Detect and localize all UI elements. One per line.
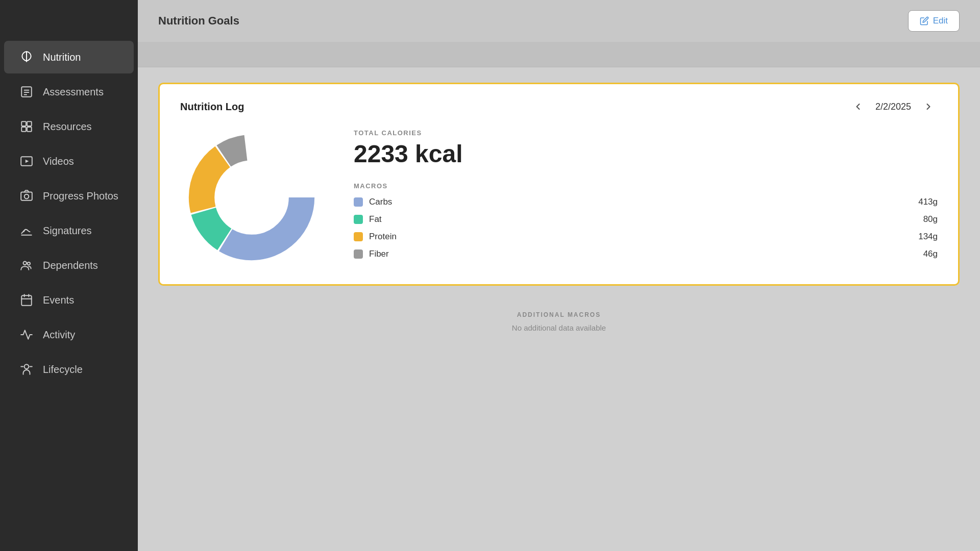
resources-icon <box>19 119 34 134</box>
next-date-button[interactable] <box>919 99 938 114</box>
donut-chart <box>180 126 323 269</box>
svg-point-12 <box>23 261 27 265</box>
sidebar-label-lifecycle: Lifecycle <box>43 364 83 375</box>
carbs-name: Carbs <box>369 197 392 207</box>
svg-rect-4 <box>21 121 26 126</box>
sidebar-label-activity: Activity <box>43 329 75 341</box>
sidebar-item-activity[interactable]: Activity <box>4 318 134 351</box>
svg-rect-6 <box>21 127 26 132</box>
sidebar-item-dependents[interactable]: Dependents <box>4 249 134 282</box>
activity-icon <box>19 328 34 342</box>
sidebar-label-dependents: Dependents <box>43 260 98 271</box>
main-content: Nutrition Goals Edit Nutrition Log <box>138 0 980 551</box>
donut-center <box>216 162 287 233</box>
progress-photos-icon <box>19 189 34 203</box>
carbs-value: 413g <box>918 197 938 207</box>
fat-name: Fat <box>369 214 382 224</box>
svg-marker-9 <box>26 160 29 163</box>
sidebar-label-progress-photos: Progress Photos <box>43 190 118 202</box>
edit-button[interactable]: Edit <box>908 10 960 32</box>
sub-header <box>138 42 980 67</box>
svg-rect-14 <box>21 295 32 306</box>
sidebar-label-events: Events <box>43 294 74 306</box>
fiber-value: 46g <box>923 249 938 259</box>
videos-icon <box>19 154 34 168</box>
svg-point-11 <box>24 194 29 199</box>
macro-row-fiber: Fiber 46g <box>354 249 938 259</box>
sidebar-item-progress-photos[interactable]: Progress Photos <box>4 180 134 212</box>
protein-dot <box>354 232 363 241</box>
fiber-name: Fiber <box>369 249 389 259</box>
sidebar-item-resources[interactable]: Resources <box>4 110 134 143</box>
nutrition-icon <box>19 50 34 64</box>
lifecycle-icon <box>19 362 34 377</box>
page-title: Nutrition Goals <box>158 14 239 28</box>
protein-value: 134g <box>918 232 938 242</box>
sidebar: Nutrition Assessments Resources Videos P… <box>0 0 138 551</box>
macros-label: MACROS <box>354 182 938 190</box>
macro-row-fat: Fat 80g <box>354 214 938 224</box>
macro-left-protein: Protein <box>354 232 397 242</box>
date-navigation: 2/2/2025 <box>849 99 938 114</box>
fat-dot <box>354 215 363 224</box>
svg-rect-7 <box>27 127 32 132</box>
fiber-dot <box>354 249 363 259</box>
macro-left-fiber: Fiber <box>354 249 389 259</box>
nutrition-log-card: Nutrition Log 2/2/2025 <box>158 83 960 286</box>
sidebar-item-lifecycle[interactable]: Lifecycle <box>4 353 134 386</box>
svg-rect-0 <box>21 87 32 97</box>
header: Nutrition Goals Edit <box>138 0 980 42</box>
sidebar-item-videos[interactable]: Videos <box>4 145 134 178</box>
total-calories-value: 2233 kcal <box>354 140 938 168</box>
sidebar-item-events[interactable]: Events <box>4 284 134 316</box>
macro-left-fat: Fat <box>354 214 382 224</box>
events-icon <box>19 293 34 307</box>
content-area: Nutrition Log 2/2/2025 <box>138 67 980 551</box>
nutrition-content: TOTAL CALORIES 2233 kcal MACROS Carbs 41… <box>180 126 938 269</box>
sidebar-label-resources: Resources <box>43 121 92 133</box>
sidebar-item-signatures[interactable]: Signatures <box>4 214 134 247</box>
current-date: 2/2/2025 <box>875 102 911 112</box>
edit-icon <box>920 16 929 26</box>
macro-row-carbs: Carbs 413g <box>354 197 938 207</box>
macro-row-protein: Protein 134g <box>354 232 938 242</box>
svg-rect-5 <box>27 121 32 126</box>
fat-value: 80g <box>923 214 938 224</box>
sidebar-label-videos: Videos <box>43 156 74 167</box>
total-calories-label: TOTAL CALORIES <box>354 129 938 137</box>
protein-name: Protein <box>369 232 397 242</box>
sidebar-item-nutrition[interactable]: Nutrition <box>4 41 134 73</box>
sidebar-label-signatures: Signatures <box>43 225 92 237</box>
svg-point-13 <box>28 262 30 265</box>
sidebar-label-assessments: Assessments <box>43 86 104 98</box>
chevron-left-icon <box>853 102 863 112</box>
svg-point-18 <box>24 364 29 369</box>
dependents-icon <box>19 258 34 272</box>
carbs-dot <box>354 197 363 207</box>
sidebar-item-assessments[interactable]: Assessments <box>4 76 134 108</box>
additional-macros-section: ADDITIONAL MACROS No additional data ava… <box>158 301 960 342</box>
assessments-icon <box>19 85 34 99</box>
macro-left-carbs: Carbs <box>354 197 392 207</box>
sidebar-label-nutrition: Nutrition <box>43 52 81 63</box>
no-additional-data: No additional data available <box>168 323 949 332</box>
card-header: Nutrition Log 2/2/2025 <box>180 99 938 114</box>
macros-panel: TOTAL CALORIES 2233 kcal MACROS Carbs 41… <box>354 129 938 266</box>
chevron-right-icon <box>923 102 934 112</box>
prev-date-button[interactable] <box>849 99 867 114</box>
additional-macros-title: ADDITIONAL MACROS <box>168 311 949 318</box>
nutrition-log-title: Nutrition Log <box>180 101 244 113</box>
signatures-icon <box>19 223 34 238</box>
